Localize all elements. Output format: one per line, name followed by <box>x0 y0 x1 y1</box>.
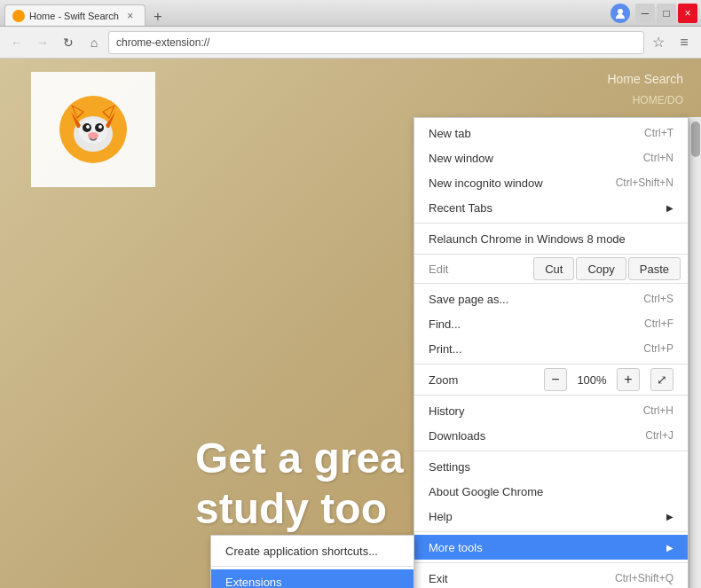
menu-item-incognito[interactable]: New incognito window Ctrl+Shift+N <box>414 170 688 195</box>
forward-button[interactable]: → <box>31 31 54 54</box>
menu-item-more-tools[interactable]: More tools ▶ Create application shortcut… <box>414 535 688 560</box>
submenu-section-2: Extensions Task manager Shift+Esc Clear … <box>211 567 414 588</box>
zoom-plus-button[interactable]: + <box>617 368 640 391</box>
heading-line1: Get a grea <box>195 433 404 484</box>
edit-row: Edit Cut Copy Paste <box>414 255 688 284</box>
submenu-section-1: Create application shortcuts... <box>211 536 414 567</box>
new-tab-button[interactable]: + <box>147 8 169 26</box>
menu-item-relaunch[interactable]: Relaunch Chrome in Windows 8 mode <box>414 226 688 251</box>
nav-home: Home Search <box>607 72 683 86</box>
menu-item-about[interactable]: About Google Chrome <box>414 479 688 504</box>
menu-item-help[interactable]: Help ▶ <box>414 504 688 529</box>
menu-item-downloads[interactable]: Downloads Ctrl+J <box>414 423 688 448</box>
title-bar: Home - Swift Search × + ─ □ × <box>0 0 701 27</box>
tab-close-button[interactable]: × <box>123 9 138 23</box>
back-button[interactable]: ← <box>5 31 28 54</box>
active-tab[interactable]: Home - Swift Search × <box>4 4 146 26</box>
profile-button[interactable] <box>610 4 630 23</box>
minimize-button[interactable]: ─ <box>635 4 655 23</box>
zoom-row: Zoom − 100% + ⤢ <box>414 365 688 396</box>
zoom-value: 100% <box>574 373 610 387</box>
scrollbar-thumb[interactable] <box>691 122 700 157</box>
tab-favicon <box>12 10 25 22</box>
menu-section-relaunch: Relaunch Chrome in Windows 8 mode <box>414 223 688 255</box>
svg-point-0 <box>618 9 623 14</box>
home-button[interactable]: ⌂ <box>83 31 106 54</box>
menu-section-history: History Ctrl+H Downloads Ctrl+J <box>414 396 688 451</box>
close-button[interactable]: × <box>678 4 697 23</box>
fox-logo <box>58 94 129 165</box>
reload-button[interactable]: ↻ <box>57 31 80 54</box>
heading-line2: study too <box>195 483 404 535</box>
svg-point-9 <box>98 125 102 129</box>
menu-section-more: More tools ▶ Create application shortcut… <box>414 532 688 563</box>
menu-item-new-window[interactable]: New window Ctrl+N <box>414 145 688 170</box>
nav-bar: ← → ↻ ⌂ chrome-extension:// ☆ ≡ <box>0 27 701 59</box>
more-tools-submenu: Create application shortcuts... Extensio… <box>210 535 414 588</box>
copy-button[interactable]: Copy <box>576 257 626 280</box>
scrollbar[interactable] <box>689 117 701 588</box>
svg-point-10 <box>88 132 98 139</box>
tab-strip: Home - Swift Search × + <box>4 0 169 26</box>
tab-title: Home - Swift Search <box>29 11 119 21</box>
page-content: Home Search HOME/DO Get a grea study too… <box>0 59 701 588</box>
bookmark-button[interactable]: ☆ <box>647 31 670 54</box>
breadcrumb: HOME/DO <box>633 94 683 106</box>
page-heading: Get a grea study too <box>195 433 404 535</box>
menu-item-recent-tabs[interactable]: Recent Tabs ▶ <box>414 195 688 220</box>
maximize-button[interactable]: □ <box>657 4 676 23</box>
menu-section-exit: Exit Ctrl+Shift+Q <box>414 563 688 588</box>
menu-item-find[interactable]: Find... Ctrl+F <box>414 311 688 336</box>
submenu-item-create-shortcuts[interactable]: Create application shortcuts... <box>211 538 414 563</box>
logo-box <box>31 72 155 187</box>
fullscreen-button[interactable]: ⤢ <box>650 368 673 391</box>
menu-section-page: Save page as... Ctrl+S Find... Ctrl+F Pr… <box>414 284 688 365</box>
menu-item-settings[interactable]: Settings <box>414 454 688 479</box>
menu-item-history[interactable]: History Ctrl+H <box>414 398 688 423</box>
menu-item-save[interactable]: Save page as... Ctrl+S <box>414 286 688 311</box>
submenu-item-extensions[interactable]: Extensions <box>211 569 414 588</box>
paste-button[interactable]: Paste <box>628 257 681 280</box>
chrome-menu: New tab Ctrl+T New window Ctrl+N New inc… <box>414 117 689 588</box>
svg-point-8 <box>86 125 90 129</box>
menu-item-exit[interactable]: Exit Ctrl+Shift+Q <box>414 566 688 588</box>
menu-item-new-tab[interactable]: New tab Ctrl+T <box>414 121 688 145</box>
cut-button[interactable]: Cut <box>533 257 574 280</box>
menu-section-new: New tab Ctrl+T New window Ctrl+N New inc… <box>414 118 688 223</box>
chrome-menu-button[interactable]: ≡ <box>673 31 696 54</box>
zoom-minus-button[interactable]: − <box>544 368 567 391</box>
menu-item-print[interactable]: Print... Ctrl+P <box>414 336 688 361</box>
window-controls: ─ □ × <box>635 4 697 23</box>
address-text: chrome-extension:// <box>116 36 636 49</box>
address-bar[interactable]: chrome-extension:// <box>108 31 644 54</box>
menu-section-settings: Settings About Google Chrome Help ▶ <box>414 451 688 532</box>
